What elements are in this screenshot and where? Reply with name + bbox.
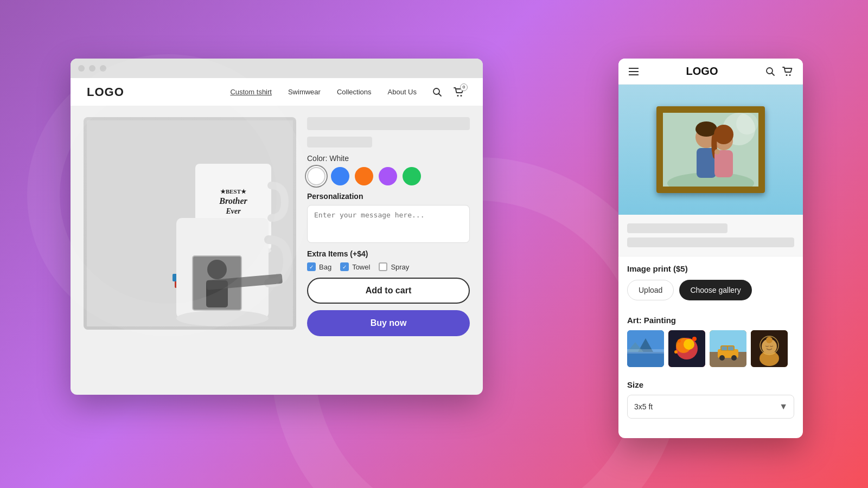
svg-point-52	[674, 350, 678, 354]
svg-rect-19	[193, 256, 241, 310]
size-title: Size	[627, 380, 794, 389]
color-swatches	[307, 167, 470, 185]
art-thumbnail-1[interactable]	[627, 330, 664, 367]
close-dot[interactable]	[78, 65, 85, 72]
svg-point-15	[176, 310, 269, 326]
svg-rect-5	[195, 164, 271, 251]
nav-link-about[interactable]: About Us	[388, 88, 417, 96]
checkbox-spray[interactable]: Spray	[379, 262, 409, 271]
svg-text:★BEST★: ★BEST★	[220, 188, 247, 195]
svg-rect-14	[176, 218, 269, 318]
mobile-header: LOGO	[618, 59, 803, 85]
color-section: Color: White	[307, 154, 470, 185]
svg-point-58	[731, 355, 737, 361]
art-thumbnail-3[interactable]	[710, 330, 746, 367]
upload-button[interactable]: Upload	[627, 280, 674, 300]
size-dropdown-container: 3x5 ft ▼	[627, 395, 794, 419]
color-swatch-blue[interactable]	[331, 167, 349, 185]
hamburger-icon[interactable]	[627, 65, 640, 78]
art-thumbnail-4[interactable]	[751, 330, 788, 367]
svg-line-27	[771, 73, 774, 75]
left-window: LOGO Custom tshirt Swimwear Collections …	[71, 59, 483, 395]
svg-text:Brother: Brother	[219, 196, 247, 206]
search-icon[interactable]	[430, 85, 445, 100]
svg-point-32	[736, 113, 758, 134]
add-to-cart-button[interactable]: Add to cart	[307, 278, 470, 304]
color-swatch-orange[interactable]	[355, 167, 373, 185]
color-swatch-white[interactable]	[307, 167, 326, 185]
svg-point-57	[719, 355, 725, 361]
svg-point-29	[789, 74, 790, 76]
svg-rect-16	[193, 256, 241, 310]
right-window: LOGO	[618, 59, 803, 438]
svg-rect-12	[173, 274, 235, 281]
color-swatch-green[interactable]	[403, 167, 421, 185]
svg-point-35	[695, 121, 717, 137]
maximize-dot[interactable]	[100, 65, 106, 72]
frame-picture	[656, 106, 765, 193]
nav-link-swimwear[interactable]: Swimwear	[288, 88, 321, 96]
color-label: Color: White	[307, 154, 470, 163]
product-details: Color: White Personalization Extra Items…	[307, 117, 470, 336]
personalization-input[interactable]	[307, 205, 470, 243]
size-section: Size 3x5 ft ▼	[618, 375, 803, 427]
product-image-svg: ★BEST★ Brother Ever ★ ★ ★ ESSAYS that CH…	[87, 120, 293, 326]
personalization-label: Personalization	[307, 192, 470, 201]
svg-rect-4	[87, 120, 293, 326]
mobile-logo: LOGO	[686, 65, 718, 78]
mobile-search-icon[interactable]	[764, 65, 777, 78]
checkbox-bag-box: ✓	[307, 262, 316, 271]
minimize-dot[interactable]	[89, 65, 95, 72]
choose-gallery-button[interactable]: Choose gallery	[679, 280, 751, 300]
svg-point-3	[461, 95, 462, 97]
image-print-buttons: Upload Choose gallery	[627, 280, 794, 300]
checkbox-towel[interactable]: ✓ Towel	[340, 262, 370, 271]
product-area: ★BEST★ Brother Ever ★ ★ ★ ESSAYS that CH…	[71, 106, 483, 347]
mobile-skeleton-section	[618, 215, 803, 256]
svg-point-17	[207, 260, 227, 279]
svg-rect-11	[175, 280, 240, 288]
checkbox-bag-label: Bag	[319, 263, 331, 271]
art-title: Art: Painting	[627, 316, 794, 325]
product-price-skeleton	[307, 137, 372, 147]
svg-point-64	[766, 337, 773, 343]
couple-illustration	[663, 113, 758, 187]
svg-point-51	[692, 337, 697, 341]
svg-text:ESSAYS that CHANGE: ESSAYS that CHANGE	[180, 276, 214, 279]
svg-line-1	[439, 93, 442, 96]
image-print-title: Image print ($5)	[627, 264, 794, 273]
nav-icons: 0	[430, 85, 467, 100]
frame-inner	[663, 113, 758, 187]
nav-link-collections[interactable]: Collections	[337, 88, 372, 96]
svg-point-28	[786, 74, 787, 76]
checkbox-bag[interactable]: ✓ Bag	[307, 262, 331, 271]
svg-rect-42	[627, 352, 664, 367]
svg-rect-18	[206, 280, 228, 307]
color-swatch-purple[interactable]	[379, 167, 397, 185]
svg-point-49	[684, 339, 694, 350]
cart-count: 0	[460, 84, 468, 91]
extra-items-label: Extra Items (+$4)	[307, 249, 470, 258]
svg-text:Ever: Ever	[225, 207, 241, 215]
mobile-hero-image	[618, 85, 803, 215]
size-dropdown[interactable]: 3x5 ft	[627, 395, 794, 419]
art-thumbnail-2[interactable]	[668, 330, 705, 367]
checkmark-towel: ✓	[342, 264, 347, 270]
svg-point-2	[457, 95, 459, 97]
checkmark-bag: ✓	[309, 264, 314, 270]
cart-icon[interactable]: 0	[451, 85, 467, 100]
nav-link-custom-tshirt[interactable]: Custom tshirt	[230, 88, 272, 96]
buy-now-button[interactable]: Buy now	[307, 310, 470, 336]
extra-items-section: Extra Items (+$4) ✓ Bag ✓ Towel	[307, 249, 470, 271]
titlebar	[71, 59, 483, 78]
mobile-title-skeleton	[627, 223, 727, 233]
art-section: Art: Painting	[618, 308, 803, 375]
mobile-cart-icon[interactable]	[781, 65, 794, 78]
checkbox-spray-label: Spray	[391, 263, 409, 271]
navbar: LOGO Custom tshirt Swimwear Collections …	[71, 78, 483, 106]
svg-point-6	[195, 244, 271, 257]
svg-rect-45	[627, 349, 664, 354]
mobile-hero-bg	[618, 85, 803, 215]
checkbox-row: ✓ Bag ✓ Towel Spray	[307, 262, 470, 271]
art-thumbnails	[627, 330, 794, 367]
